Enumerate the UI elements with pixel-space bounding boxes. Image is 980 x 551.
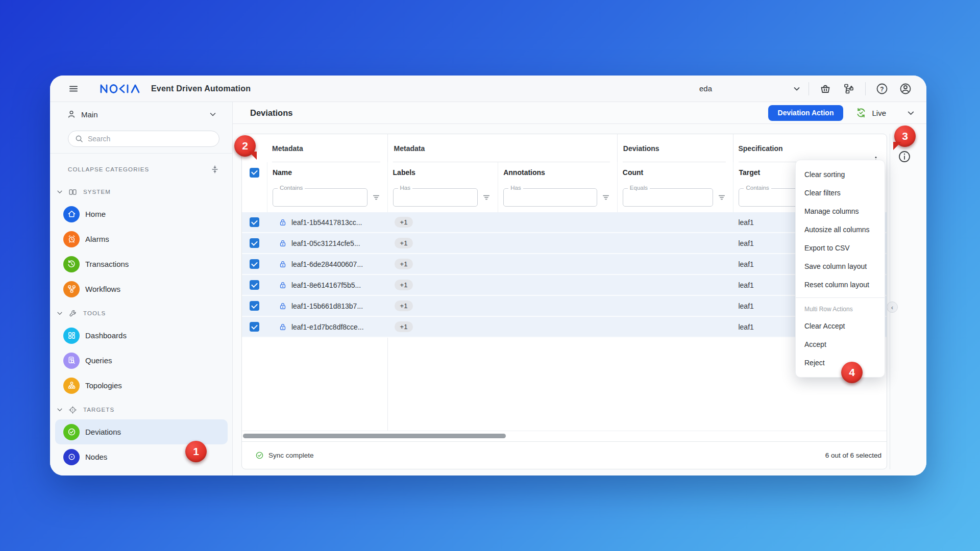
count-filter-input[interactable]: Equals [623,188,714,207]
row-checkbox[interactable] [250,238,259,248]
labels-badge[interactable]: +1 [395,280,413,290]
menu-item-manage-columns[interactable]: Manage columns [796,202,885,220]
filter-icon[interactable] [718,193,726,202]
sidebar-item-transactions[interactable]: Transactions [50,252,228,277]
sidebar-item-label: Nodes [85,453,107,461]
sync-status: Sync complete [268,452,314,459]
filter-icon[interactable] [482,193,491,202]
targets-icon [68,406,77,414]
labels-badge[interactable]: +1 [395,321,413,332]
tools-icon [68,309,77,318]
collapse-categories-button[interactable]: COLLAPSE CATEGORIES [68,165,219,174]
labels-badge[interactable]: +1 [395,238,413,248]
menu-item-clear-filters[interactable]: Clear filters [796,184,885,202]
menu-item-reject[interactable]: Reject [796,354,885,372]
search-input[interactable] [68,131,219,147]
nodes-icon [63,449,80,465]
table-filter-row: Contains Has Has [242,183,887,212]
deviation-action-button[interactable]: Deviation Action [768,105,844,121]
category-targets[interactable]: TARGETS [50,402,232,417]
group-metadata-1: Metadata [242,134,387,162]
info-icon[interactable] [897,149,912,164]
collapse-categories-label: COLLAPSE CATEGORIES [68,166,149,172]
group-metadata-2: Metadata [387,134,617,162]
labels-filter-input[interactable]: Has [393,188,478,207]
row-checkbox[interactable] [250,301,259,311]
transactions-icon [63,256,80,272]
category-label: SYSTEM [83,189,111,195]
labels-badge[interactable]: +1 [395,259,413,269]
name-filter-input[interactable]: Contains [273,188,368,207]
column-annotations[interactable]: Annotations [498,162,617,183]
help-icon[interactable]: ? [873,80,891,97]
collapse-panel-button[interactable]: ‹ [887,302,898,313]
menu-item-save-column-layout[interactable]: Save column layout [796,257,885,276]
column-labels[interactable]: Labels [387,162,498,183]
content-header-actions: Deviation Action Live [768,105,916,121]
filter-icon[interactable] [602,193,610,202]
hamburger-menu-icon[interactable] [68,84,79,94]
sidebar-item-topologies[interactable]: Topologies [50,373,228,398]
sidebar-item-alarms[interactable]: Alarms [50,227,228,252]
table-row[interactable]: leaf1-e1d7bc8df8cce... +1 leaf1 [242,317,887,338]
sidebar-item-workflows[interactable]: Workflows [50,277,228,302]
column-name[interactable]: Name [267,162,387,183]
menu-item-reset-column-layout[interactable]: Reset column layout [796,276,885,294]
chevron-down-icon[interactable] [906,109,915,117]
column-count[interactable]: Count [617,162,733,183]
profile-selector[interactable]: Main [50,102,232,127]
alarm-icon [63,231,80,247]
step-badge-3: 3 [894,126,916,147]
chevron-down-icon [56,406,63,413]
selection-count: 6 out of 6 selected [825,452,881,459]
row-checkbox[interactable] [250,217,259,227]
labels-badge[interactable]: +1 [395,300,413,311]
sidebar-item-deviations[interactable]: Deviations [55,419,228,444]
select-all-checkbox[interactable] [250,168,259,178]
table-row[interactable]: leaf1-05c31214cfe5... +1 leaf1 [242,233,887,254]
account-icon[interactable] [897,80,914,97]
row-checkbox[interactable] [250,280,259,290]
sidebar-item-label: Dashboards [85,331,127,340]
live-sync-icon [855,107,867,118]
sidebar-item-dashboards[interactable]: Dashboards [50,323,228,348]
sidebar-item-home[interactable]: Home [50,202,228,227]
menu-item-export-to-csv[interactable]: Export to CSV [796,239,885,257]
workflows-icon [63,281,80,297]
lock-icon [278,239,287,248]
menu-item-clear-accept[interactable]: Clear Accept [796,317,885,335]
header-divider [865,82,866,95]
horizontal-scrollbar[interactable] [242,431,887,441]
sidebar-divider [50,153,232,154]
row-checkbox[interactable] [250,259,259,269]
annotations-filter-input[interactable]: Has [503,188,597,207]
category-system[interactable]: SYSTEM [50,184,232,199]
deviations-icon [63,424,80,440]
menu-item-autosize-all-columns[interactable]: Autosize all columns [796,220,885,239]
app-store-icon[interactable] [817,80,834,97]
sidebar: Main COLLAPSE CATEGORIES [50,102,233,475]
live-mode-toggle[interactable]: Live [855,107,886,118]
table-body: leaf1-1b54417813cc... +1 leaf1 [242,212,887,338]
chevron-down-icon [56,188,63,195]
table-row[interactable]: leaf1-8e614167f5b5... +1 leaf1 [242,275,887,296]
menu-item-accept[interactable]: Accept [796,335,885,354]
table-group-header: Metadata Metadata Deviations Specificati… [242,134,887,162]
table-row[interactable]: leaf1-1b54417813cc... +1 leaf1 [242,212,887,233]
labels-badge[interactable]: +1 [395,217,413,228]
table-row[interactable]: leaf1-15b661d813b7... +1 leaf1 [242,296,887,317]
filter-icon[interactable] [372,193,380,202]
table-empty-area [242,338,887,431]
sidebar-item-queries[interactable]: Queries [50,348,228,373]
table-row[interactable]: leaf1-6de284400607... +1 leaf1 [242,254,887,275]
row-name: leaf1-05c31214cfe5... [291,239,360,247]
scrollbar-thumb[interactable] [243,434,506,438]
sidebar-item-label: Queries [85,356,112,365]
workspace-select[interactable]: eda [699,84,801,93]
sidebar-item-label: Transactions [85,260,129,268]
menu-item-clear-sorting[interactable]: Clear sorting [796,165,885,184]
workflow-apps-icon[interactable] [840,80,857,97]
row-checkbox[interactable] [250,322,259,332]
svg-text:?: ? [880,85,884,92]
category-tools[interactable]: TOOLS [50,306,232,321]
